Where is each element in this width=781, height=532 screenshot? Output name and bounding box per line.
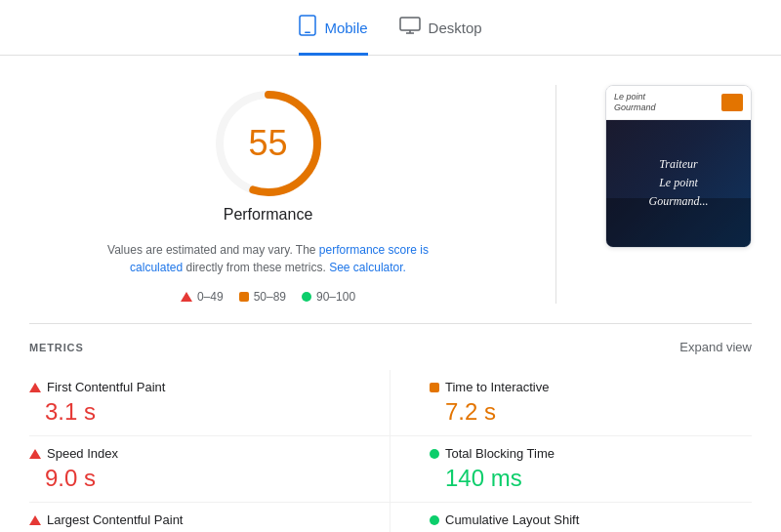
metric-fcp-value: 3.1 s — [45, 398, 350, 426]
legend-item-orange: 50–89 — [239, 290, 286, 304]
metric-si: Speed Index 9.0 s — [29, 436, 390, 503]
preview-header: Le point Gourmand — [606, 86, 751, 120]
legend: 0–49 50–89 90–100 — [29, 290, 507, 304]
legend-green-range: 90–100 — [316, 290, 355, 304]
tab-bar: Mobile Desktop — [0, 0, 781, 56]
svg-rect-2 — [400, 18, 420, 30]
metric-fcp-icon — [29, 383, 41, 392]
metric-tbt-value: 140 ms — [445, 465, 752, 492]
score-area: 55 Performance Values are estimated and … — [29, 85, 507, 304]
metric-si-header: Speed Index — [29, 446, 350, 461]
preview-logo-line2: Gourmand — [614, 102, 656, 112]
metric-cls-name: Cumulative Layout Shift — [445, 512, 579, 527]
tab-desktop-label: Desktop — [429, 20, 482, 36]
tab-desktop[interactable]: Desktop — [399, 17, 482, 54]
metric-fcp: First Contentful Paint 3.1 s — [29, 370, 390, 436]
legend-item-green: 90–100 — [302, 290, 355, 304]
preview-title-line1: Traiteur — [659, 157, 697, 171]
metric-lcp: Largest Contentful Paint 8.8 s — [29, 503, 390, 532]
legend-circle-icon — [302, 292, 311, 302]
expand-view-button[interactable]: Expand view — [679, 340, 752, 354]
metric-cls-header: Cumulative Layout Shift — [430, 512, 752, 527]
metric-si-value: 9.0 s — [45, 465, 350, 492]
metric-cls-icon — [430, 515, 439, 525]
preview-card: Le point Gourmand Traiteur Le point Gour… — [605, 85, 752, 248]
metrics-header: METRICS Expand view — [29, 340, 752, 354]
metric-fcp-name: First Contentful Paint — [47, 380, 165, 394]
legend-red-range: 0–49 — [197, 290, 224, 304]
legend-square-icon — [239, 292, 249, 302]
desktop-icon — [399, 17, 421, 39]
preview-image-text: Traiteur Le point Gourmand... — [640, 147, 716, 220]
preview-title-line2: Le point — [659, 176, 698, 189]
disclaimer-mid: directly from these metrics. — [183, 261, 329, 274]
metric-si-name: Speed Index — [47, 446, 118, 461]
metric-si-icon — [29, 449, 41, 459]
metrics-section: METRICS Expand view First Contentful Pai… — [29, 324, 752, 532]
metric-tbt-name: Total Blocking Time — [445, 446, 555, 461]
tab-mobile[interactable]: Mobile — [299, 15, 367, 56]
metric-tti-value: 7.2 s — [445, 398, 752, 426]
metric-cls: Cumulative Layout Shift 0 — [390, 503, 752, 532]
metric-lcp-name: Largest Contentful Paint — [47, 512, 183, 527]
preview-image: Traiteur Le point Gourmand... — [606, 120, 751, 247]
disclaimer: Values are estimated and may vary. The p… — [103, 241, 434, 276]
metric-tbt: Total Blocking Time 140 ms — [390, 436, 752, 503]
vertical-divider — [555, 85, 556, 304]
tab-mobile-label: Mobile — [324, 20, 367, 36]
performance-section: 55 Performance Values are estimated and … — [29, 75, 752, 324]
legend-orange-range: 50–89 — [254, 290, 286, 304]
preview-title-line3: Gourmand... — [648, 194, 708, 208]
preview-orange-rect — [721, 94, 743, 111]
metric-tbt-icon — [430, 449, 439, 459]
metric-tti: Time to Interactive 7.2 s — [390, 370, 752, 436]
metric-tti-name: Time to Interactive — [445, 380, 549, 394]
main-content: 55 Performance Values are estimated and … — [0, 56, 781, 532]
metric-fcp-header: First Contentful Paint — [29, 380, 350, 394]
performance-label: Performance — [224, 206, 313, 224]
metric-lcp-header: Largest Contentful Paint — [29, 512, 350, 527]
legend-item-red: 0–49 — [181, 290, 224, 304]
metric-tti-icon — [430, 383, 439, 392]
gauge-svg-wrapper: 55 — [210, 85, 327, 202]
metric-lcp-icon — [29, 515, 41, 525]
legend-triangle-icon — [181, 292, 192, 302]
metrics-grid: First Contentful Paint 3.1 s Time to Int… — [29, 370, 752, 532]
metric-tbt-header: Total Blocking Time — [430, 446, 752, 461]
performance-score: 55 — [248, 123, 287, 164]
see-calculator-link[interactable]: See calculator. — [329, 261, 406, 274]
preview-logo-line1: Le point — [614, 92, 645, 102]
metric-tti-header: Time to Interactive — [430, 380, 752, 394]
gauge-container: 55 Performance — [29, 85, 507, 233]
disclaimer-text: Values are estimated and may vary. The — [107, 243, 319, 257]
mobile-icon — [299, 15, 316, 41]
metrics-title: METRICS — [29, 342, 84, 353]
preview-logo: Le point Gourmand — [614, 92, 656, 113]
svg-rect-1 — [305, 32, 310, 34]
